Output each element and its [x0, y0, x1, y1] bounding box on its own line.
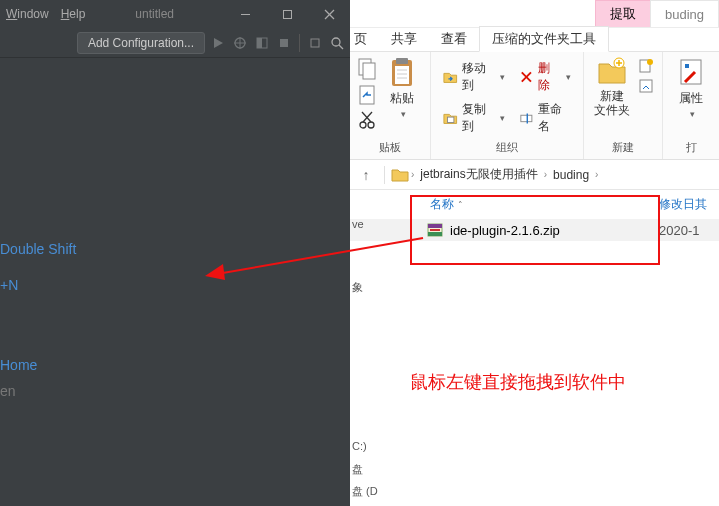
chevron-right-icon[interactable]: ›	[544, 169, 547, 180]
properties-label: 属性	[679, 90, 703, 107]
chevron-right-icon[interactable]: ›	[595, 169, 598, 180]
breadcrumb: ↑ › jetbrains无限使用插件 › buding ›	[350, 160, 719, 190]
ide-window: WWindowindow HHelpelp untitled Add Confi…	[0, 0, 350, 506]
rename-button[interactable]: 重命名	[515, 99, 575, 137]
svg-marker-4	[214, 38, 223, 48]
file-date: 2020-1	[659, 223, 719, 238]
new-group-label: 新建	[612, 137, 634, 159]
menu-help[interactable]: HHelpelp	[61, 7, 86, 21]
svg-rect-1	[283, 10, 291, 18]
maximize-button[interactable]	[266, 0, 308, 28]
svg-rect-10	[280, 39, 288, 47]
hint-en: en	[0, 382, 16, 402]
paste-label: 粘贴	[390, 90, 414, 107]
hint-double-shift: Double Shift	[0, 240, 76, 260]
svg-rect-9	[257, 38, 262, 48]
chevron-right-icon[interactable]: ›	[411, 169, 414, 180]
menu-window[interactable]: WWindowindow	[6, 7, 49, 21]
ribbon-group-organize: 移动到▾ 复制到▾ 删除▾ 重命名	[431, 52, 584, 159]
peek-pan: 盘	[352, 462, 363, 477]
ribbon-group-open: 属性 ▾ 打	[663, 52, 719, 159]
title-tab-buding[interactable]: buding	[650, 0, 719, 27]
open-group-label: 打	[686, 137, 697, 159]
clipboard-group-label: 贴板	[379, 137, 401, 159]
ribbon-tab-page-trunc[interactable]: 页	[350, 27, 379, 51]
move-icon	[443, 69, 458, 85]
new-folder-label: 新建 文件夹	[594, 90, 630, 118]
ribbon-tabs: 页 共享 查看 压缩的文件夹工具	[350, 28, 719, 52]
svg-rect-22	[396, 58, 408, 64]
copy-to-icon	[443, 110, 458, 126]
ide-toolbar: Add Configuration...	[0, 28, 350, 58]
svg-line-20	[362, 112, 371, 122]
ribbon-group-new: 新建 文件夹 新建	[584, 52, 663, 159]
cut-icon[interactable]	[358, 110, 376, 130]
delete-button[interactable]: 删除▾	[515, 58, 575, 96]
svg-line-19	[363, 112, 372, 122]
ribbon-tab-view[interactable]: 查看	[429, 27, 479, 51]
svg-rect-11	[311, 39, 319, 47]
easy-access-icon[interactable]	[638, 78, 654, 94]
breadcrumb-sub[interactable]: buding	[549, 168, 593, 182]
svg-point-34	[647, 59, 653, 65]
properties-button[interactable]: 属性 ▾	[671, 56, 711, 119]
rename-icon	[519, 110, 534, 126]
close-button[interactable]	[308, 0, 350, 28]
new-folder-button[interactable]: 新建 文件夹	[592, 56, 632, 118]
delete-icon	[519, 69, 534, 85]
toolbar-separator	[299, 34, 300, 52]
stop-icon[interactable]	[277, 36, 291, 50]
ide-window-controls	[224, 0, 350, 28]
file-list: 名称˄ 修改日其 ide-plugin-2.1.6.zip 2020-1 鼠标左…	[350, 190, 719, 506]
ide-body: Double Shift +N Home en	[0, 58, 350, 506]
minimize-button[interactable]	[224, 0, 266, 28]
hint-home: Home	[0, 356, 37, 376]
peek-xiang: 象	[352, 280, 363, 295]
ide-titlebar: WWindowindow HHelpelp untitled	[0, 0, 350, 28]
svg-rect-23	[395, 66, 409, 84]
annotation-text: 鼠标左键直接拖拽到软件中	[410, 370, 626, 394]
title-tab-extract[interactable]: 提取	[595, 0, 651, 27]
svg-point-12	[332, 38, 340, 46]
copy-icon[interactable]	[358, 58, 376, 80]
debug-icon[interactable]	[233, 36, 247, 50]
svg-rect-37	[685, 64, 689, 68]
peek-pan-d: 盘 (D	[352, 484, 378, 499]
svg-rect-27	[448, 117, 454, 122]
ribbon-group-clipboard: 粘贴 ▾ 贴板	[350, 52, 431, 159]
explorer-title-tabs: 提取 buding	[350, 0, 719, 28]
folder-icon	[391, 168, 409, 182]
shortcut-icon[interactable]	[358, 84, 376, 106]
search-icon[interactable]	[330, 36, 344, 50]
svg-point-18	[368, 122, 374, 128]
column-modified[interactable]: 修改日其	[659, 196, 719, 213]
chevron-down-icon: ▾	[401, 109, 406, 119]
svg-line-13	[339, 45, 343, 49]
move-to-button[interactable]: 移动到▾	[439, 58, 509, 96]
svg-rect-30	[521, 115, 532, 121]
coverage-icon[interactable]	[255, 36, 269, 50]
ribbon-tab-ziptools[interactable]: 压缩的文件夹工具	[479, 26, 609, 52]
peek-c: C:)	[352, 440, 367, 452]
ide-title: untitled	[85, 7, 224, 21]
copy-to-button[interactable]: 复制到▾	[439, 99, 509, 137]
hint-ctrl-n: +N	[0, 276, 18, 296]
svg-rect-15	[363, 63, 375, 79]
run-icon[interactable]	[211, 36, 225, 50]
new-item-icon[interactable]	[638, 58, 654, 74]
ribbon: 粘贴 ▾ 贴板 移动到▾ 复制到▾	[350, 52, 719, 160]
up-button[interactable]: ↑	[354, 167, 378, 183]
svg-point-17	[360, 122, 366, 128]
breadcrumb-folder[interactable]: jetbrains无限使用插件	[416, 166, 541, 183]
ide-menubar: WWindowindow HHelpelp	[0, 7, 85, 21]
organize-group-label: 组织	[496, 137, 518, 159]
peek-ve: ve	[352, 218, 364, 230]
add-configuration-button[interactable]: Add Configuration...	[77, 32, 205, 54]
annotation-box	[410, 195, 660, 265]
svg-rect-36	[681, 60, 701, 84]
paste-button[interactable]: 粘贴 ▾	[382, 56, 422, 119]
explorer-window: 提取 buding 页 共享 查看 压缩的文件夹工具 粘贴 ▾ 贴板	[350, 0, 719, 506]
git-icon[interactable]	[308, 36, 322, 50]
ribbon-tab-share[interactable]: 共享	[379, 27, 429, 51]
